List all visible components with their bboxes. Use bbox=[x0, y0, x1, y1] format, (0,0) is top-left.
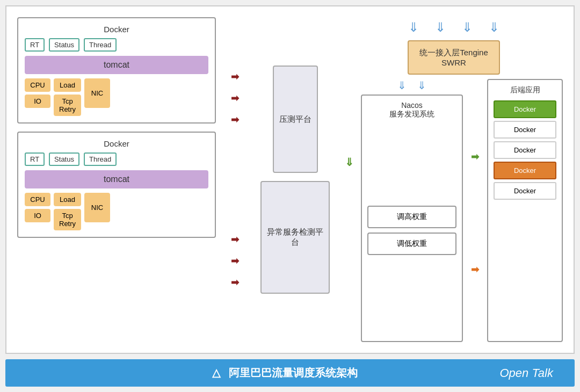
tcpretry-box-top: TcpRetry bbox=[54, 95, 81, 116]
badge-status-top: Status bbox=[49, 38, 79, 52]
cpu-box-bottom: CPU bbox=[25, 193, 50, 206]
triangle-icon: △ bbox=[212, 367, 220, 379]
middle-col: 压测平台 异常服务检测平台 bbox=[253, 17, 337, 342]
bottom-right-area: ⇓ ⇓ ⇓ Nacos服务发现系统 调高权重 调低权重 bbox=[345, 79, 563, 342]
nic-box-top: NIC bbox=[84, 78, 110, 108]
badge-thread-top: Thread bbox=[84, 38, 117, 52]
metrics-left-bottom: CPU IO bbox=[25, 193, 50, 222]
bottom-title-text: 阿里巴巴流量调度系统架构 bbox=[229, 367, 358, 379]
left-col: Docker RT Status Thread tomcat CPU IO Lo… bbox=[17, 17, 216, 342]
badge-thread-bottom: Thread bbox=[84, 153, 117, 166]
down-arrow-4: ⇓ bbox=[489, 20, 499, 35]
green-arrow-right-high: ➡ bbox=[471, 151, 479, 163]
tengine-label: 统一接入层TengineSWRR bbox=[419, 48, 488, 67]
nacos-title: Nacos服务发现系统 bbox=[367, 101, 456, 119]
arrows-bottom-group: ➡ ➡ ➡ bbox=[231, 180, 239, 343]
bottom-brand: Open Talk bbox=[500, 366, 553, 380]
tomcat-bar-bottom: tomcat bbox=[25, 170, 208, 188]
platform-top-label: 压测平台 bbox=[279, 114, 311, 125]
platform-top-box: 压测平台 bbox=[273, 66, 318, 173]
green-arrow-down: ⇓ bbox=[345, 156, 361, 169]
cpu-box-top: CPU bbox=[25, 78, 50, 92]
arrow-3: ➡ bbox=[231, 114, 239, 126]
down-arrow-2: ⇓ bbox=[435, 20, 446, 35]
right-top-area: ⇓ ⇓ ⇓ ⇓ 统一接入层TengineSWRR bbox=[345, 17, 563, 75]
backend-col: 后端应用 Docker Docker Docker Docker Docker bbox=[487, 79, 563, 342]
badge-row-top: RT Status Thread bbox=[25, 38, 208, 52]
down-arrow-1: ⇓ bbox=[408, 20, 419, 35]
io-box-top: IO bbox=[25, 95, 50, 108]
nacos-item-high: 调高权重 bbox=[367, 206, 456, 228]
io-box-bottom: IO bbox=[25, 209, 50, 222]
docker-item-1: Docker bbox=[494, 100, 556, 118]
tcpretry-box-bottom: TcpRetry bbox=[54, 209, 81, 230]
right-section: ⇓ ⇓ ⇓ ⇓ 统一接入层TengineSWRR ⇓ bbox=[345, 17, 563, 342]
backend-title: 后端应用 bbox=[494, 85, 556, 95]
arrow-6: ➡ bbox=[231, 277, 239, 288]
bottom-title: △ 阿里巴巴流量调度系统架构 bbox=[212, 366, 358, 380]
arrows-above-nacos: ⇓ ⇓ bbox=[361, 79, 463, 92]
down-arrow-nacos-2: ⇓ bbox=[417, 79, 426, 92]
nacos-box: Nacos服务发现系统 调高权重 调低权重 bbox=[361, 95, 463, 342]
metrics-row-bottom: CPU IO Load TcpRetry NIC bbox=[25, 193, 208, 230]
down-arrow-3: ⇓ bbox=[462, 20, 473, 35]
tengine-box: 统一接入层TengineSWRR bbox=[408, 40, 500, 75]
orange-arrow-right-low: ➡ bbox=[471, 264, 479, 275]
backend-box: 后端应用 Docker Docker Docker Docker Docker bbox=[487, 79, 563, 342]
platform-bottom-label: 异常服务检测平台 bbox=[267, 227, 323, 248]
main-diagram: Docker RT Status Thread tomcat CPU IO Lo… bbox=[5, 5, 575, 354]
docker-bottom-label: Docker bbox=[25, 139, 208, 148]
metrics-left-top: CPU IO bbox=[25, 78, 50, 108]
nic-box-bottom: NIC bbox=[84, 193, 110, 222]
nacos-item-low: 调低权重 bbox=[367, 233, 456, 255]
nacos-backend-area: ⇓ ⇓ Nacos服务发现系统 调高权重 调低权重 bbox=[361, 79, 563, 342]
arrows-left-mid: ➡ ➡ ➡ ➡ ➡ ➡ bbox=[224, 17, 245, 342]
metrics-row-top: CPU IO Load TcpRetry NIC bbox=[25, 78, 208, 116]
arrow-2: ➡ bbox=[231, 92, 239, 104]
docker-item-3: Docker bbox=[494, 141, 556, 159]
nacos-to-backend-arrows: ➡ ➡ bbox=[468, 79, 482, 342]
arrow-1: ➡ bbox=[231, 71, 239, 83]
tomcat-bar-top: tomcat bbox=[25, 56, 208, 74]
arrow-4: ➡ bbox=[231, 234, 239, 245]
docker-box-top: Docker RT Status Thread tomcat CPU IO Lo… bbox=[17, 17, 216, 124]
docker-top-label: Docker bbox=[25, 25, 208, 34]
load-box-bottom: Load bbox=[54, 193, 81, 206]
arrows-down-tengine: ⇓ ⇓ ⇓ ⇓ bbox=[408, 17, 499, 38]
metrics-mid-bottom: Load TcpRetry bbox=[54, 193, 81, 230]
nacos-inner: 调高权重 调低权重 bbox=[367, 125, 456, 336]
metrics-mid-top: Load TcpRetry bbox=[54, 78, 81, 116]
bottom-bar: △ 阿里巴巴流量调度系统架构 Open Talk bbox=[5, 359, 575, 387]
arrow-5: ➡ bbox=[231, 255, 239, 267]
badge-row-bottom: RT Status Thread bbox=[25, 153, 208, 166]
badge-status-bottom: Status bbox=[49, 153, 79, 166]
green-arrow-col: ⇓ bbox=[345, 79, 361, 342]
platform-bottom-box: 异常服务检测平台 bbox=[260, 181, 330, 294]
down-arrow-nacos-1: ⇓ bbox=[397, 79, 407, 92]
nacos-col: ⇓ ⇓ Nacos服务发现系统 调高权重 调低权重 bbox=[361, 79, 463, 342]
badge-rt-top: RT bbox=[25, 38, 45, 52]
badge-rt-bottom: RT bbox=[25, 153, 45, 166]
docker-box-bottom: Docker RT Status Thread tomcat CPU IO Lo… bbox=[17, 132, 216, 238]
load-box-top: Load bbox=[54, 78, 81, 92]
docker-item-2: Docker bbox=[494, 121, 556, 139]
docker-item-5: Docker bbox=[494, 182, 556, 200]
arrows-top-group: ➡ ➡ ➡ bbox=[231, 17, 239, 180]
docker-item-4: Docker bbox=[494, 162, 556, 179]
